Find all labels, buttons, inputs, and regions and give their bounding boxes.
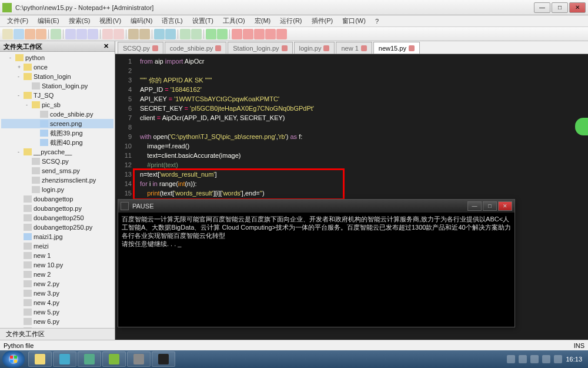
minimize-button[interactable]: — <box>534 2 550 13</box>
tray-icon[interactable] <box>507 355 515 363</box>
editor-tab[interactable]: Station_login.py <box>228 42 292 54</box>
system-tray[interactable]: 16:13 <box>507 355 586 363</box>
tab-close-icon[interactable] <box>323 45 329 51</box>
stop-icon[interactable] <box>243 29 253 39</box>
tree-item[interactable]: +once <box>1 62 113 72</box>
tree-item[interactable]: Station_login.py <box>1 81 113 91</box>
tree-item[interactable]: doubangettop250.py <box>1 223 113 232</box>
cut-icon[interactable] <box>65 29 76 39</box>
editor-tab[interactable]: login.py <box>294 42 335 54</box>
menu-macro[interactable]: 宏(M) <box>250 15 276 26</box>
tree-item[interactable]: -pic_sb <box>1 100 113 110</box>
copy-icon[interactable] <box>76 29 87 39</box>
tab-close-icon[interactable] <box>409 45 415 51</box>
tree-item[interactable]: -Station_login <box>1 72 113 81</box>
console-titlebar[interactable]: PAUSE — □ ✕ <box>118 200 514 213</box>
tree-item[interactable]: 截图39.png <box>1 128 113 138</box>
tree-item[interactable]: new 5.py <box>1 307 113 317</box>
menu-view[interactable]: 视图(V) <box>95 15 126 26</box>
undo-icon[interactable] <box>102 29 113 39</box>
console-close-button[interactable]: ✕ <box>498 201 512 211</box>
save-icon[interactable] <box>25 29 35 39</box>
unfold-icon[interactable] <box>217 29 228 39</box>
tree-item[interactable]: -TJ_SQ <box>1 91 113 100</box>
tree-item[interactable]: doubangettop <box>1 194 113 204</box>
wrap-icon[interactable] <box>180 29 191 39</box>
tree-item[interactable]: SCSQ.py <box>1 157 113 166</box>
menu-run[interactable]: 运行(R) <box>275 15 306 26</box>
tree-item[interactable]: code_shibie.py <box>1 110 113 119</box>
menu-encoding[interactable]: 编码(N) <box>126 15 157 26</box>
tray-clock[interactable]: 16:13 <box>566 356 582 363</box>
tray-icon[interactable] <box>530 355 539 363</box>
zoom-in-icon[interactable] <box>154 29 165 39</box>
redo-icon[interactable] <box>113 29 124 39</box>
tree-item[interactable]: 截图40.png <box>1 138 113 147</box>
console-minimize-button[interactable]: — <box>467 201 482 211</box>
sidebar-close-icon[interactable]: ✕ <box>101 42 111 50</box>
sidebar-tab[interactable]: 文件夹工作区 <box>0 328 115 340</box>
task-cmd[interactable] <box>152 352 175 367</box>
menu-search[interactable]: 搜索(S) <box>64 15 95 26</box>
tray-network-icon[interactable] <box>542 355 550 363</box>
record-icon[interactable] <box>232 29 242 39</box>
side-badge[interactable] <box>575 118 588 135</box>
open-file-icon[interactable] <box>14 29 24 39</box>
editor-tab[interactable]: SCSQ.py <box>118 42 163 54</box>
tray-icon[interactable] <box>519 355 527 363</box>
tree-item[interactable]: screen.png <box>1 119 113 128</box>
play-multi-icon[interactable] <box>265 29 276 39</box>
menu-help[interactable]: ? <box>370 16 383 26</box>
close-button[interactable]: ✕ <box>569 2 586 13</box>
hidden-chars-icon[interactable] <box>191 29 202 39</box>
tab-close-icon[interactable] <box>282 45 288 51</box>
maximize-button[interactable]: □ <box>552 2 568 13</box>
tab-close-icon[interactable] <box>361 45 367 51</box>
tab-close-icon[interactable] <box>152 45 158 51</box>
save-all-icon[interactable] <box>36 29 46 39</box>
tree-item[interactable]: new 10.py <box>1 260 113 270</box>
start-button[interactable] <box>2 351 25 367</box>
file-tree[interactable]: -python+once-Station_loginStation_login.… <box>0 52 115 328</box>
menu-plugins[interactable]: 插件(P) <box>307 15 338 26</box>
console-window[interactable]: PAUSE — □ ✕ 百度智能云一计算无限可能官网百度智能云是百度旗下面向企业… <box>118 199 515 327</box>
paste-icon[interactable] <box>88 29 98 39</box>
save-macro-icon[interactable] <box>276 29 287 39</box>
menu-settings[interactable]: 设置(T) <box>188 15 218 26</box>
console-maximize-button[interactable]: □ <box>483 201 497 211</box>
play-icon[interactable] <box>254 29 265 39</box>
tree-item[interactable]: send_sms.py <box>1 166 113 175</box>
task-explorer[interactable] <box>28 352 52 367</box>
tree-item[interactable]: new 2.py <box>1 279 113 289</box>
menu-language[interactable]: 语言(L) <box>157 15 187 26</box>
task-notepadpp[interactable] <box>102 352 126 367</box>
tree-item[interactable]: doubangettop250 <box>1 213 113 223</box>
tree-item[interactable]: maizi1.jpg <box>1 232 113 241</box>
find-icon[interactable] <box>128 29 139 39</box>
task-browser[interactable] <box>78 352 101 367</box>
task-ie[interactable] <box>53 352 76 367</box>
tree-item[interactable]: meizi <box>1 241 113 251</box>
tree-item[interactable]: -__pycache__ <box>1 147 113 157</box>
fold-icon[interactable] <box>206 29 216 39</box>
task-app[interactable] <box>127 352 151 367</box>
tree-item[interactable]: zhenzismsclient.py <box>1 175 113 185</box>
editor-tab[interactable]: code_shibie.py <box>165 42 226 54</box>
menu-window[interactable]: 窗口(W) <box>338 15 370 26</box>
menu-tools[interactable]: 工具(O) <box>218 15 250 26</box>
editor-tab[interactable]: new15.py <box>373 42 420 54</box>
editor-tab[interactable]: new 1 <box>336 42 372 54</box>
tree-item[interactable]: new 3.py <box>1 289 113 298</box>
tree-item[interactable]: doubangettop.py <box>1 204 113 213</box>
menu-file[interactable]: 文件(F) <box>2 15 33 26</box>
tab-close-icon[interactable] <box>215 45 221 51</box>
tree-item[interactable]: new 4.py <box>1 298 113 307</box>
replace-icon[interactable] <box>139 29 150 39</box>
tree-item[interactable]: new 1 <box>1 251 113 260</box>
tree-item[interactable]: new 2 <box>1 270 113 279</box>
zoom-out-icon[interactable] <box>165 29 176 39</box>
tree-item[interactable]: new 6.py <box>1 317 113 326</box>
new-file-icon[interactable] <box>2 29 13 39</box>
tray-volume-icon[interactable] <box>554 355 562 363</box>
menu-edit[interactable]: 编辑(E) <box>33 15 64 26</box>
